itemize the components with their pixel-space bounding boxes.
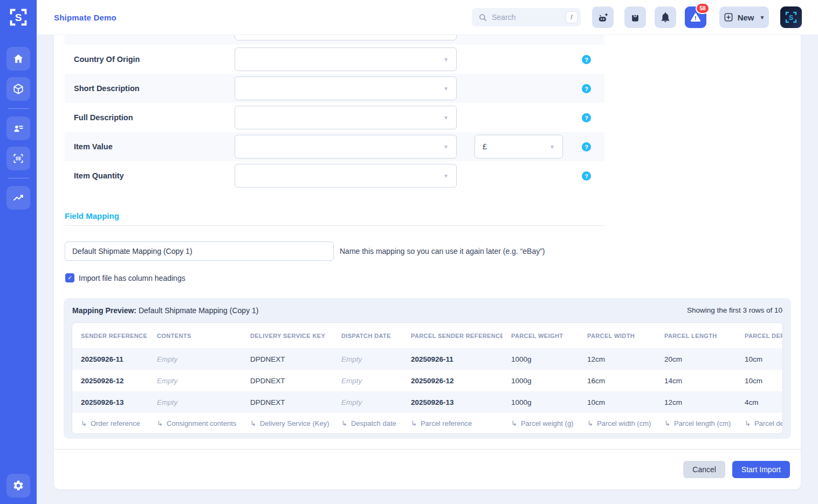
column-header: Dispatch Date	[333, 323, 402, 348]
table-cell: 20250926-11	[72, 348, 148, 370]
form-actions: Cancel Start Import	[54, 449, 801, 489]
home-icon	[12, 53, 24, 65]
sidebar-item-contacts[interactable]	[6, 116, 30, 140]
mapping-preview-table: Sender ReferenceContentsDelivery Service…	[72, 323, 783, 433]
field-label: Item Quantity	[74, 161, 124, 190]
table-cell: 20250926-12	[402, 370, 503, 391]
mapping-cell[interactable]: ↳Parcel length (cm)	[656, 413, 736, 433]
return-arrow-icon: ↳	[411, 419, 417, 427]
field-select[interactable]: ▼	[235, 77, 457, 100]
field-label: Short Description	[74, 74, 140, 103]
field-select[interactable]: ▼	[235, 164, 457, 188]
form-row-country-of-origin: Country Of Origin▼?	[65, 45, 604, 74]
column-headings-option[interactable]: ✓ Import file has column headings	[65, 273, 185, 282]
currency-select[interactable]: £▼	[475, 135, 563, 158]
start-import-button[interactable]: Start Import	[732, 461, 790, 478]
field-label: Full Description	[74, 103, 133, 132]
shipmate-avatar-icon: S	[784, 10, 798, 24]
help-icon[interactable]: ?	[582, 171, 591, 181]
mapping-preview-count: Showing the first 3 rows of 10	[687, 306, 782, 314]
column-header: Parcel Length	[656, 323, 736, 348]
sidebar-item-settings[interactable]	[6, 474, 30, 498]
mapping-cell[interactable]: ↳Consignment contents	[148, 413, 242, 433]
field-rows: Country Of Origin▼?Short Description▼?Fu…	[65, 45, 604, 190]
field-select[interactable]: ▼	[235, 106, 457, 129]
table-row: 20250926-12EmptyDPDNEXTEmpty20250926-121…	[72, 370, 783, 391]
help-icon[interactable]: ?	[582, 84, 591, 93]
table-cell: Empty	[148, 370, 242, 391]
mapping-name-input[interactable]	[65, 241, 334, 261]
caret-down-icon: ▼	[549, 144, 555, 150]
table-cell: Empty	[333, 370, 402, 391]
caret-down-icon: ▼	[443, 86, 449, 92]
plus-square-icon	[724, 12, 733, 22]
table-cell: 12cm	[656, 391, 736, 413]
check-icon: ✓	[67, 274, 72, 281]
column-header: Parcel Weight	[503, 323, 579, 348]
form-row-clipped: ▼	[65, 34, 604, 45]
top-header: Shipmate Demo Search / 58 New ▼	[37, 0, 818, 35]
return-arrow-icon: ↳	[157, 419, 163, 427]
table-cell: 4cm	[736, 391, 783, 413]
contacts-icon	[12, 122, 24, 134]
table-cell: Empty	[148, 348, 242, 370]
cancel-button[interactable]: Cancel	[683, 461, 725, 478]
caret-down-icon: ▼	[443, 57, 449, 63]
field-select[interactable]: ▼	[235, 34, 457, 40]
return-arrow-icon: ↳	[664, 419, 670, 427]
app-logo[interactable]: S	[0, 0, 37, 34]
mapping-cell[interactable]: ↳Despatch date	[333, 413, 402, 433]
table-cell: DPDNEXT	[242, 391, 333, 413]
sidebar-divider	[8, 108, 29, 109]
ai-assistant-button[interactable]	[592, 6, 614, 28]
search-icon	[478, 13, 487, 22]
sidebar-item-home[interactable]	[6, 47, 30, 71]
table-header-row: Sender ReferenceContentsDelivery Service…	[72, 323, 783, 348]
notifications-button[interactable]	[655, 6, 676, 28]
mapping-name-hint: Name this mapping so you can use it agai…	[340, 241, 545, 261]
mapping-cell[interactable]: ↳Parcel depth (cm)	[736, 413, 783, 433]
field-select[interactable]: ▼	[235, 47, 457, 71]
table-cell: 12cm	[579, 348, 656, 370]
return-arrow-icon: ↳	[745, 419, 751, 427]
form-row-full-description: Full Description▼?	[65, 103, 604, 132]
ai-assistant-icon	[597, 11, 609, 24]
analytics-icon	[12, 192, 24, 204]
table-cell: 14cm	[656, 370, 736, 391]
column-headings-label: Import file has column headings	[79, 274, 185, 282]
mapping-cell[interactable]: ↳Order reference	[72, 413, 148, 433]
column-header: Delivery Service Key	[242, 323, 333, 348]
return-arrow-icon: ↳	[587, 419, 593, 427]
sidebar-divider	[8, 178, 29, 178]
account-avatar[interactable]: S	[780, 6, 802, 28]
column-header: Contents	[148, 323, 242, 348]
caret-down-icon: ▼	[443, 173, 449, 179]
mapping-preview-panel: Mapping Preview: Default Shipmate Mappin…	[64, 298, 791, 439]
help-icon[interactable]: ?	[582, 142, 591, 151]
help-icon[interactable]: ?	[582, 113, 591, 122]
sidebar-item-scan[interactable]	[6, 147, 30, 170]
mapping-preview-name: Default Shipmate Mapping (Copy 1)	[139, 306, 259, 315]
search-box[interactable]: Search /	[472, 8, 581, 26]
mapping-cell[interactable]: ↳Parcel weight (g)	[503, 413, 579, 433]
help-icon[interactable]: ?	[582, 55, 591, 64]
table-row: 20250926-11EmptyDPDNEXTEmpty20250926-111…	[72, 348, 783, 370]
sidebar-item-analytics[interactable]	[6, 186, 30, 210]
return-arrow-icon: ↳	[250, 419, 256, 427]
mapping-cell[interactable]: ↳Delivery Service (Key)	[242, 413, 333, 433]
table-cell: DPDNEXT	[242, 370, 333, 391]
sidebar: S	[0, 0, 37, 504]
mapping-cell[interactable]: ↳Parcel reference	[402, 413, 503, 433]
column-headings-checkbox[interactable]: ✓	[65, 273, 74, 282]
sidebar-item-shipments[interactable]	[6, 77, 30, 101]
mapping-preview-table-container[interactable]: Sender ReferenceContentsDelivery Service…	[72, 322, 783, 434]
table-cell: 1000g	[503, 391, 579, 413]
mapping-cell[interactable]: ↳Parcel width (cm)	[579, 413, 656, 433]
page-title: Shipmate Demo	[54, 0, 116, 34]
new-button[interactable]: New ▼	[719, 6, 769, 28]
field-label: Country Of Origin	[74, 45, 140, 74]
alerts-count-badge: 58	[696, 3, 710, 14]
field-select[interactable]: ▼	[235, 135, 457, 158]
store-button[interactable]	[624, 6, 646, 28]
svg-text:S: S	[15, 12, 22, 23]
